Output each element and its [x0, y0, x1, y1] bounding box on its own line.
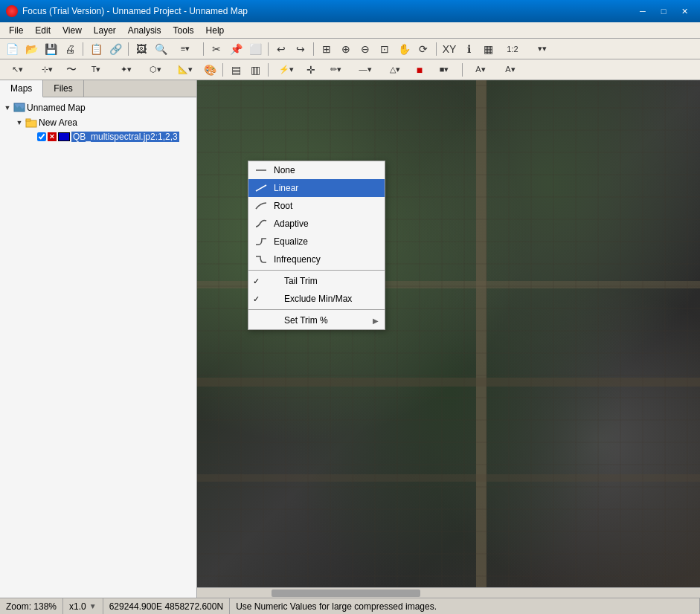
tree-item-layer[interactable]: ✕ QB_multispectral.jp2:1,2,3	[3, 130, 193, 143]
select-tool[interactable]: ↖▾	[3, 62, 31, 78]
region-tool[interactable]: ⬡▾	[141, 62, 170, 78]
text3-tool[interactable]: A▾	[496, 62, 524, 78]
layer-remove-btn[interactable]: ✕	[48, 132, 57, 141]
panel-tabs: Maps Files	[0, 80, 196, 97]
window-controls: ─ □ ✕	[633, 4, 694, 19]
redo-button[interactable]: ↪	[292, 41, 309, 57]
info-button[interactable]: ℹ	[460, 41, 478, 57]
line-tool[interactable]: 〜	[62, 62, 80, 78]
ctx-sep-1	[248, 270, 385, 271]
print-button[interactable]: 🖨	[61, 41, 79, 57]
tree-area: ▼ Unnamed Map ▼	[0, 97, 196, 598]
open-button[interactable]: 📂	[22, 41, 40, 57]
color3-tool[interactable]: ■▾	[430, 62, 458, 78]
h-scroll-thumb[interactable]	[272, 589, 420, 597]
select-button[interactable]: ⬜	[246, 41, 264, 57]
h-scrollbar[interactable]	[197, 587, 700, 598]
separator-5	[313, 42, 314, 56]
ctx-exclude-minmax-label: Exclude Min/Max	[284, 294, 379, 304]
shape-tool[interactable]: △▾	[381, 62, 409, 78]
vertex-tool[interactable]: ⊹▾	[33, 62, 61, 78]
ctx-none[interactable]: None	[248, 161, 385, 179]
raster2-button[interactable]: ▥	[246, 62, 264, 78]
zoom-out-button[interactable]: ⊖	[356, 41, 374, 57]
separator-6	[436, 42, 437, 56]
status-bar: Zoom: 138% x1.0 ▼ 629244.900E 4858272.60…	[0, 598, 700, 614]
menu-help[interactable]: Help	[200, 24, 231, 37]
cut-button[interactable]: ✂	[208, 41, 225, 57]
color2-tool[interactable]: ■	[411, 62, 428, 78]
maximize-button[interactable]: □	[654, 4, 673, 19]
menu-view[interactable]: View	[57, 24, 88, 37]
draw-button[interactable]: ✏▾	[321, 62, 350, 78]
color-tool[interactable]: 🎨	[201, 62, 219, 78]
ctx-set-trim[interactable]: Set Trim % ▶	[248, 311, 385, 329]
image-button[interactable]: 🖼	[132, 41, 150, 57]
layer-icons: ✕	[37, 132, 70, 141]
tree-item-new-area[interactable]: ▼ New Area	[3, 115, 193, 130]
message-label: Use Numeric Values for large compressed …	[236, 601, 437, 612]
tree-item-unnamed-map[interactable]: ▼ Unnamed Map	[3, 100, 193, 115]
enhance-button[interactable]: ⚡▾	[272, 62, 301, 78]
ctx-equalize[interactable]: Equalize	[248, 233, 385, 251]
curve-root-icon	[254, 200, 268, 212]
close-button[interactable]: ✕	[675, 4, 694, 19]
ctx-tail-trim-label: Tail Trim	[284, 276, 379, 286]
ctx-none-label: None	[274, 165, 379, 175]
ctx-root[interactable]: Root	[248, 197, 385, 215]
layer-visibility-cb[interactable]	[37, 132, 46, 141]
menu-file[interactable]: File	[3, 24, 29, 37]
sep-t2-2	[268, 63, 269, 77]
pan-button[interactable]: ✋	[395, 41, 413, 57]
toolbar-1: 📄 📂 💾 🖨 📋 🔗 🖼 🔍 ≡▾ ✂ 📌 ⬜ ↩ ↪ ⊞ ⊕ ⊖ ⊡ ✋ ⟳…	[0, 39, 700, 59]
separator-2	[128, 42, 129, 56]
ctx-linear[interactable]: Linear	[248, 179, 385, 197]
main-area: Maps Files ▼ Unnamed Map	[0, 80, 700, 598]
menu-analysis[interactable]: Analysis	[122, 24, 167, 37]
ctx-tail-trim-icon	[265, 275, 278, 287]
more-button[interactable]: ▾▾	[528, 41, 556, 57]
zoom-in-button[interactable]: ⊕	[337, 41, 355, 57]
ctx-tail-trim[interactable]: Tail Trim	[248, 272, 385, 290]
text2-tool[interactable]: A▾	[466, 62, 495, 78]
zoom-button[interactable]: 🔍	[152, 41, 170, 57]
paste-button[interactable]: 📌	[227, 41, 245, 57]
undo-button[interactable]: ↩	[272, 41, 290, 57]
text-tool[interactable]: T▾	[82, 62, 110, 78]
coord-button[interactable]: XY	[440, 41, 458, 57]
ctx-adaptive-label: Adaptive	[274, 219, 379, 229]
refresh-button[interactable]: ⟳	[414, 41, 432, 57]
expander-layer[interactable]	[27, 132, 36, 141]
menu-tools[interactable]: Tools	[167, 24, 200, 37]
new-button[interactable]: 📄	[3, 41, 21, 57]
scale-button[interactable]: 1:2	[498, 41, 527, 57]
layers-button[interactable]: ≡▾	[171, 41, 199, 57]
expander-new-area[interactable]: ▼	[15, 118, 24, 127]
line2-tool[interactable]: —▾	[351, 62, 379, 78]
ctx-root-label: Root	[274, 201, 379, 211]
table-button[interactable]: ▦	[479, 41, 497, 57]
plus-tool[interactable]: ✛	[302, 62, 320, 78]
expander-unnamed-map[interactable]: ▼	[3, 103, 12, 112]
zoom-full-button[interactable]: ⊡	[376, 41, 394, 57]
link-button[interactable]: 🔗	[106, 41, 124, 57]
map-area[interactable]: © DigitalGlobe None Linear	[197, 80, 700, 598]
menu-edit[interactable]: Edit	[29, 24, 57, 37]
copy-button[interactable]: 📋	[87, 41, 105, 57]
scale-dropdown[interactable]: ▼	[89, 602, 97, 610]
ctx-adaptive[interactable]: Adaptive	[248, 215, 385, 233]
coords-label: 629244.900E 4858272.600N	[109, 601, 223, 612]
menu-layer[interactable]: Layer	[88, 24, 122, 37]
ctx-infrequency[interactable]: Infrequency	[248, 251, 385, 268]
status-message: Use Numeric Values for large compressed …	[230, 598, 700, 614]
stretch-button[interactable]: ⊞	[318, 41, 335, 57]
ctx-exclude-minmax[interactable]: Exclude Min/Max	[248, 290, 385, 308]
left-panel: Maps Files ▼ Unnamed Map	[0, 80, 197, 598]
tab-maps[interactable]: Maps	[0, 80, 43, 97]
raster-button[interactable]: ▤	[227, 62, 245, 78]
tab-files[interactable]: Files	[43, 80, 83, 97]
minimize-button[interactable]: ─	[633, 4, 652, 19]
symbol-tool[interactable]: ✦▾	[112, 62, 140, 78]
measure-tool[interactable]: 📐▾	[171, 62, 199, 78]
save-button[interactable]: 💾	[42, 41, 60, 57]
